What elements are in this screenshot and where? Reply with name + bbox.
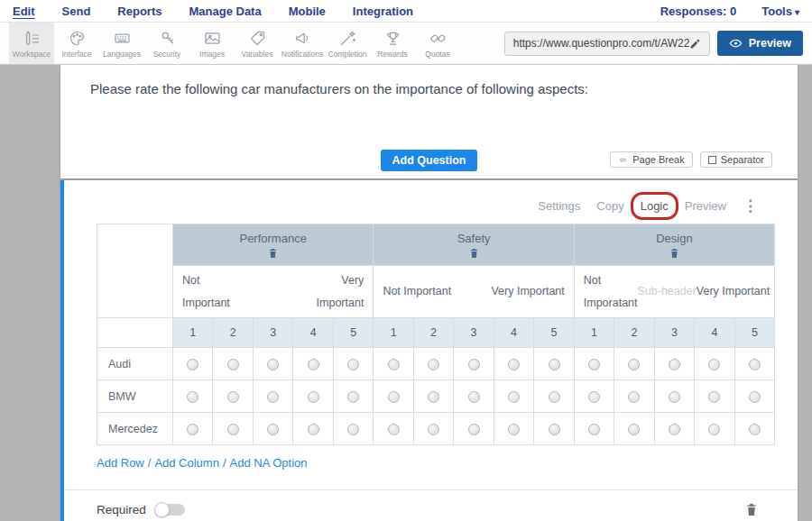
radio-button[interactable] [347, 424, 359, 435]
radio-button[interactable] [187, 391, 198, 403]
radio-button[interactable] [227, 424, 239, 435]
toolbar-item-languages[interactable]: Languages [99, 23, 144, 64]
toolbar-item-rewards[interactable]: Rewards [370, 23, 415, 64]
radio-button[interactable] [187, 359, 198, 370]
radio-button[interactable] [308, 424, 319, 435]
question-settings-button[interactable]: Settings [538, 199, 580, 213]
radio-button[interactable] [428, 359, 439, 370]
preview-button[interactable]: Preview [717, 31, 803, 56]
radio-button[interactable] [468, 424, 480, 435]
radio-button[interactable] [267, 424, 279, 435]
page-break-button[interactable]: Page Break [610, 151, 692, 168]
subheader-right-label[interactable]: Very Important [297, 270, 364, 315]
question-logic-button[interactable]: Logic [641, 199, 669, 213]
radio-button[interactable] [669, 359, 680, 370]
delete-column-group-icon[interactable] [268, 248, 278, 259]
edit-url-pencil-icon[interactable] [689, 36, 704, 50]
required-label: Required [97, 503, 146, 516]
tools-menu[interactable]: Tools▾ [761, 5, 799, 18]
row-label-audi[interactable]: Audi [97, 348, 173, 380]
radio-button[interactable] [588, 391, 600, 403]
radio-button[interactable] [508, 359, 520, 370]
column-group-safety[interactable]: Safety [374, 224, 574, 266]
radio-button[interactable] [428, 424, 439, 435]
scale-cell: 4 [695, 318, 734, 348]
add-question-button[interactable]: Add Question [381, 150, 478, 171]
radio-button[interactable] [588, 424, 600, 435]
radio-button[interactable] [308, 391, 319, 403]
subheader-right-label[interactable]: Very Important [491, 280, 564, 303]
delete-question-icon[interactable] [745, 502, 758, 517]
toolbar-item-notifications[interactable]: Notifications [280, 23, 325, 64]
radio-button[interactable] [708, 391, 720, 403]
question-copy-button[interactable]: Copy [596, 199, 623, 213]
question-preview-button[interactable]: Preview [685, 199, 726, 213]
radio-button[interactable] [468, 391, 480, 403]
radio-button[interactable] [749, 359, 761, 370]
nav-manage-data[interactable]: Manage Data [189, 5, 261, 18]
toolbar-item-workspace[interactable]: Workspace [9, 23, 54, 64]
radio-button[interactable] [388, 391, 400, 403]
radio-button[interactable] [308, 359, 319, 370]
more-options-icon[interactable]: ⋮ [743, 198, 758, 214]
add-row-link[interactable]: Add Row [97, 456, 144, 470]
radio-button[interactable] [588, 359, 600, 370]
subheader-left-label[interactable]: Not Imporatant [584, 270, 638, 315]
subheader-left-label[interactable]: Not Important [182, 270, 249, 315]
radio-button[interactable] [227, 391, 239, 403]
radio-button[interactable] [669, 391, 680, 403]
radio-button[interactable] [468, 359, 480, 370]
chevron-down-icon: ▾ [795, 7, 799, 17]
radio-button[interactable] [628, 391, 640, 403]
radio-button[interactable] [549, 391, 560, 403]
radio-button[interactable] [749, 391, 761, 403]
radio-button[interactable] [549, 424, 560, 435]
wand-icon [338, 29, 357, 48]
radio-button[interactable] [347, 391, 359, 403]
delete-column-group-icon[interactable] [669, 248, 679, 259]
column-group-design[interactable]: Design [574, 224, 774, 266]
radio-button[interactable] [508, 391, 520, 403]
add-column-link[interactable]: Add Column [154, 456, 219, 470]
radio-button[interactable] [227, 359, 239, 370]
radio-button[interactable] [508, 424, 520, 435]
subheader-placeholder[interactable]: Sub-header [638, 280, 697, 303]
toolbar-item-images[interactable]: Images [189, 23, 235, 64]
toolbar-item-variables[interactable]: Variables [235, 23, 280, 64]
radio-button[interactable] [187, 424, 198, 435]
subheader-right-label[interactable]: Very Important [697, 280, 770, 303]
column-group-performance[interactable]: Performance [173, 224, 374, 266]
nav-mobile[interactable]: Mobile [289, 5, 326, 18]
radio-button[interactable] [669, 424, 680, 435]
required-toggle[interactable] [155, 504, 185, 516]
radio-button[interactable] [708, 359, 720, 370]
separator-button[interactable]: Separator [700, 151, 772, 168]
radio-button[interactable] [267, 391, 279, 403]
toolbar-item-quotas[interactable]: Quotas [415, 23, 460, 64]
radio-button[interactable] [267, 359, 279, 370]
nav-send[interactable]: Send [62, 5, 91, 18]
row-label-bmw[interactable]: BMW [97, 380, 173, 413]
radio-button[interactable] [347, 359, 359, 370]
delete-column-group-icon[interactable] [469, 248, 479, 259]
toolbar-item-interface[interactable]: Interface [54, 23, 99, 64]
radio-button[interactable] [388, 424, 400, 435]
radio-button[interactable] [628, 424, 640, 435]
keyboard-icon [113, 29, 132, 48]
radio-button[interactable] [388, 359, 400, 370]
radio-button[interactable] [628, 359, 640, 370]
survey-url-input[interactable] [513, 37, 689, 50]
radio-button[interactable] [749, 424, 761, 435]
toolbar-item-completion[interactable]: Completion [325, 23, 370, 64]
row-label-mercedez[interactable]: Mercedez [97, 413, 173, 445]
radio-button[interactable] [549, 359, 560, 370]
subheader-left-label[interactable]: Not Important [383, 280, 451, 303]
radio-button[interactable] [708, 424, 720, 435]
add-na-option-link[interactable]: Add NA Option [230, 456, 308, 470]
radio-button[interactable] [428, 391, 439, 403]
nav-reports[interactable]: Reports [117, 5, 161, 18]
nav-edit[interactable]: Edit [13, 5, 35, 18]
toolbar-item-security[interactable]: Security [144, 23, 189, 64]
nav-integration[interactable]: Integration [353, 5, 413, 18]
page-break-icon [618, 155, 628, 165]
